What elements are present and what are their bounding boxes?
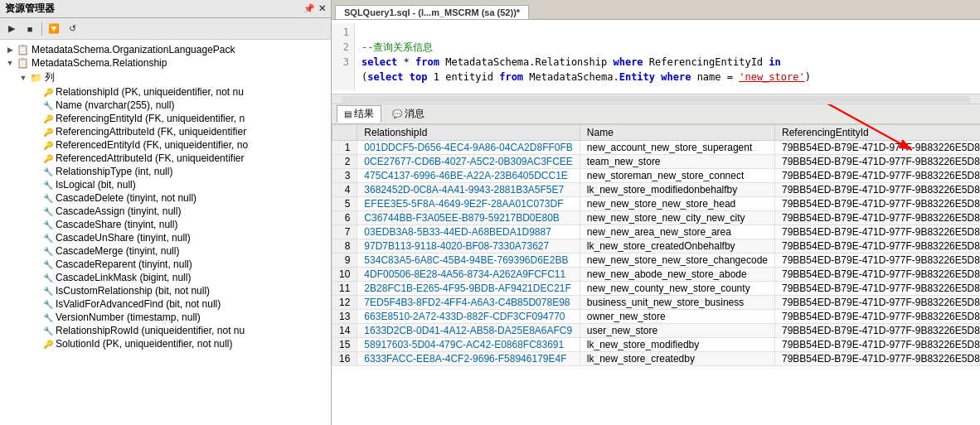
key-icon: 🔑 xyxy=(43,141,53,150)
tree-item-label: ReferencedAttributeId (FK, uniqueidentif… xyxy=(56,152,244,164)
field-icon: 🔧 xyxy=(43,326,53,336)
row-number: 7 xyxy=(332,225,357,239)
tree-item-label: SolutionId (PK, uniqueidentifier, not nu… xyxy=(56,338,232,350)
table-row[interactable]: 897D7B113-9118-4020-BF08-7330A73627lk_ne… xyxy=(332,239,981,254)
results-tab-messages[interactable]: 💬 消息 xyxy=(385,105,432,123)
cell-relationshipid: 1633D2CB-0D41-4A12-AB58-DA25E8A6AFC9 xyxy=(357,324,580,338)
row-number: 8 xyxy=(332,239,357,254)
sql-tabbar: SQLQuery1.sql - (l...m_MSCRM (sa (52))* xyxy=(332,0,980,20)
field-icon: 🔧 xyxy=(43,247,53,256)
row-number: 16 xyxy=(332,352,357,366)
refresh-button[interactable]: ↺ xyxy=(64,21,80,37)
pin-icon[interactable]: 📌 xyxy=(303,3,315,14)
connect-button[interactable]: ▶ xyxy=(3,21,20,37)
cell-name: lk_new_store_createdOnbehalfby xyxy=(580,239,774,254)
sql-tab-1[interactable]: SQLQuery1.sql - (l...m_MSCRM (sa (52))* xyxy=(335,5,529,19)
cell-name: new_storeman_new_store_connect xyxy=(580,169,774,183)
cell-name: user_new_store xyxy=(580,324,774,338)
cell-relationshipid: 3682452D-0C8A-4A41-9943-2881B3A5F5E7 xyxy=(357,183,580,197)
field-icon: 🔧 xyxy=(43,273,53,283)
code-line-2: select * from MetadataSchema.Relationshi… xyxy=(361,56,781,68)
disconnect-button[interactable]: ■ xyxy=(22,21,38,37)
tree-item-f18[interactable]: 🔧VersionNumber (timestamp, null) xyxy=(0,311,331,324)
tree-item-f19[interactable]: 🔧RelationshipRowId (uniqueidentifier, no… xyxy=(0,324,331,337)
table-icon: 📋 xyxy=(17,44,29,56)
tree-item-f4[interactable]: 🔑ReferencingAttributeId (FK, uniqueident… xyxy=(0,125,331,138)
tree-item-label: CascadeReparent (tinyint, null) xyxy=(56,258,192,270)
cell-name: lk_new_store_modifiedby xyxy=(580,338,774,352)
tree-item-f17[interactable]: 🔧IsValidForAdvancedFind (bit, not null) xyxy=(0,297,331,311)
tree-item-label: IsLogical (bit, null) xyxy=(56,179,136,191)
table-row[interactable]: 20CE27677-CD6B-4027-A5C2-0B309AC3FCEEtea… xyxy=(332,155,981,169)
tree-item-f2[interactable]: 🔧Name (nvarchar(255), null) xyxy=(0,99,331,112)
tree-item-label: IsValidForAdvancedFind (bit, not null) xyxy=(56,298,221,310)
close-icon[interactable]: ✕ xyxy=(318,3,326,14)
table-row[interactable]: 1558917603-5D04-479C-AC42-E0868FC83691lk… xyxy=(332,338,981,352)
sql-horizontal-scrollbar[interactable] xyxy=(332,94,980,104)
results-table-wrapper[interactable]: RelationshipId Name ReferencingEntityId … xyxy=(332,124,980,425)
key-icon: 🔑 xyxy=(43,114,53,123)
folder-icon: 📁 xyxy=(30,72,42,84)
table-row[interactable]: 104DF00506-8E28-4A56-8734-A262A9FCFC11ne… xyxy=(332,268,981,282)
table-row[interactable]: 703EDB3A8-5B33-44ED-A68BEDA1D9887new_new… xyxy=(332,225,981,239)
tree-item-orgpack[interactable]: ▶📋MetadataSchema.OrganizationLanguagePac… xyxy=(0,43,331,56)
table-row[interactable]: 1001DDCF5-D656-4EC4-9A86-04CA2D8FF0FBnew… xyxy=(332,141,981,155)
cell-relationshipid: 534C83A5-6A8C-45B4-94BE-769396D6E2BB xyxy=(357,254,580,268)
results-tab-results[interactable]: ▤ 结果 xyxy=(337,105,381,123)
right-panel: SQLQuery1.sql - (l...m_MSCRM (sa (52))* … xyxy=(332,0,980,425)
cell-relationshipid: EFEE3E5-5F8A-4649-9E2F-28AA01C073DF xyxy=(357,197,580,211)
tree-item-f20[interactable]: 🔑SolutionId (PK, uniqueidentifier, not n… xyxy=(0,337,331,350)
cell-relationshipid: 663E8510-2A72-433D-882F-CDF3CF094770 xyxy=(357,310,580,324)
tree-item-f16[interactable]: 🔧IsCustomRelationship (bit, not null) xyxy=(0,284,331,297)
table-row[interactable]: 13663E8510-2A72-433D-882F-CDF3CF094770ow… xyxy=(332,310,981,324)
cell-name: business_unit_new_store_business xyxy=(580,296,774,310)
tree-item-f1[interactable]: 🔑RelationshipId (PK, uniqueidentifier, n… xyxy=(0,85,331,99)
tree-item-f15[interactable]: 🔧CascadeLinkMask (bigint, null) xyxy=(0,271,331,284)
tree-item-f7[interactable]: 🔧RelationshipType (int, null) xyxy=(0,165,331,178)
table-row[interactable]: 166333FACC-EE8A-4CF2-9696-F58946179E4Flk… xyxy=(332,352,981,366)
messages-icon: 💬 xyxy=(392,109,402,118)
tree-item-f6[interactable]: 🔑ReferencedAttributeId (FK, uniqueidenti… xyxy=(0,152,331,165)
tree-item-label: RelationshipId (PK, uniqueidentifier, no… xyxy=(56,86,244,98)
tree-item-label: VersionNumber (timestamp, null) xyxy=(56,312,201,323)
table-row[interactable]: 6C36744BB-F3A05EE-B879-59217BD0E80Bnew_n… xyxy=(332,211,981,225)
table-row[interactable]: 3475C4137-6996-46BE-A22A-23B6405DCC1Enew… xyxy=(332,169,981,183)
tree-item-f9[interactable]: 🔧CascadeDelete (tinyint, not null) xyxy=(0,191,331,205)
left-panel: 资源管理器 📌 ✕ ▶ ■ 🔽 ↺ ▶📋MetadataSchema.Organ… xyxy=(0,0,332,425)
tree-item-f14[interactable]: 🔧CascadeReparent (tinyint, null) xyxy=(0,258,331,271)
filter-button[interactable]: 🔽 xyxy=(46,21,62,37)
tree-item-f3[interactable]: 🔑ReferencingEntityId (FK, uniqueidentifi… xyxy=(0,112,331,125)
tree-item-f8[interactable]: 🔧IsLogical (bit, null) xyxy=(0,178,331,191)
cell-referencingentityid: 79BB54ED-B79E-471D-977F-9B83226E5D87 xyxy=(774,183,980,197)
table-row[interactable]: 5EFEE3E5-5F8A-4649-9E2F-28AA01C073DFnew_… xyxy=(332,197,981,211)
cell-referencingentityid: 79BB54ED-B79E-471D-977F-9B83226E5D87 xyxy=(774,225,980,239)
cell-relationshipid: C36744BB-F3A05EE-B879-59217BD0E80B xyxy=(357,211,580,225)
table-row[interactable]: 112B28FC1B-E265-4F95-9BDB-AF9421DEC21Fne… xyxy=(332,282,981,296)
tree-item-f13[interactable]: 🔧CascadeMerge (tinyint, null) xyxy=(0,244,331,258)
row-number: 3 xyxy=(332,169,357,183)
cell-name: lk_new_store_createdby xyxy=(580,352,774,366)
results-tab-label: 结果 xyxy=(354,107,374,121)
cell-referencingentityid: 79BB54ED-B79E-471D-977F-9B83226E5D87 xyxy=(774,282,980,296)
tree-item-f12[interactable]: 🔧CascadeUnShare (tinyint, null) xyxy=(0,231,331,244)
tree-item-f5[interactable]: 🔑ReferencedEntityId (FK, uniqueidentifie… xyxy=(0,138,331,152)
tree-item-label: 列 xyxy=(45,70,55,85)
table-row[interactable]: 127ED5F4B3-8FD2-4FF4-A6A3-C4B85D078E98bu… xyxy=(332,296,981,310)
tree-item-label: CascadeMerge (tinyint, null) xyxy=(56,245,179,257)
cell-name: new_account_new_store_superagent xyxy=(580,141,774,155)
cell-name: new_new_store_new_city_new_city xyxy=(580,211,774,225)
table-row[interactable]: 43682452D-0C8A-4A41-9943-2881B3A5F5E7lk_… xyxy=(332,183,981,197)
tree-item-f11[interactable]: 🔧CascadeShare (tinyint, null) xyxy=(0,218,331,231)
tree-item-columns[interactable]: ▼📁列 xyxy=(0,70,331,85)
code-area[interactable]: --查询关系信息 select * from MetadataSchema.Re… xyxy=(355,23,980,90)
tree-item-relationship[interactable]: ▼📋MetadataSchema.Relationship xyxy=(0,56,331,70)
table-row[interactable]: 141633D2CB-0D41-4A12-AB58-DA25E8A6AFC9us… xyxy=(332,324,981,338)
cell-referencingentityid: 79BB54ED-B79E-471D-977F-9B83226E5D87 xyxy=(774,352,980,366)
table-row[interactable]: 9534C83A5-6A8C-45B4-94BE-769396D6E2BBnew… xyxy=(332,254,981,268)
cell-relationshipid: 7ED5F4B3-8FD2-4FF4-A6A3-C4B85D078E98 xyxy=(357,296,580,310)
results-area: ▤ 结果 💬 消息 RelationshipId Name xyxy=(332,104,980,425)
results-tabbar: ▤ 结果 💬 消息 xyxy=(332,104,980,124)
field-icon: 🔧 xyxy=(43,234,53,243)
tree-item-label: ReferencedEntityId (FK, uniqueidentifier… xyxy=(56,139,248,151)
tree-item-f10[interactable]: 🔧CascadeAssign (tinyint, null) xyxy=(0,205,331,218)
